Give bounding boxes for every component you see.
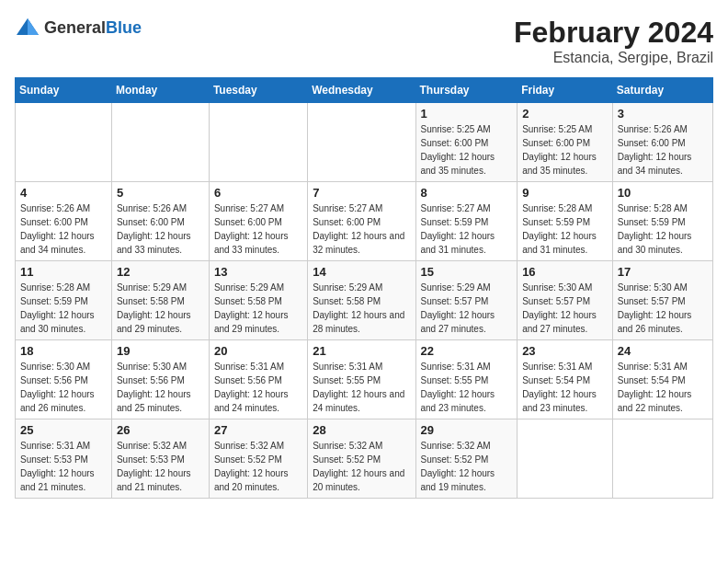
day-cell: 28 Sunrise: 5:32 AMSunset: 5:52 PMDaylig… [308, 419, 415, 499]
day-number: 13 [214, 265, 302, 279]
day-detail: Sunrise: 5:29 AMSunset: 5:58 PMDaylight:… [313, 282, 404, 334]
calendar-header: SundayMondayTuesdayWednesdayThursdayFrid… [16, 78, 713, 103]
day-number: 25 [20, 423, 107, 437]
day-detail: Sunrise: 5:25 AMSunset: 6:00 PMDaylight:… [522, 124, 597, 176]
day-detail: Sunrise: 5:26 AMSunset: 6:00 PMDaylight:… [20, 203, 95, 255]
day-number: 22 [421, 344, 513, 358]
logo-text: GeneralBlue [44, 18, 142, 38]
day-number: 5 [117, 186, 204, 200]
header-day-friday: Friday [518, 78, 613, 103]
day-number: 18 [20, 344, 107, 358]
main-title: February 2024 [514, 15, 713, 50]
day-detail: Sunrise: 5:29 AMSunset: 5:57 PMDaylight:… [421, 282, 495, 334]
day-cell: 6 Sunrise: 5:27 AMSunset: 6:00 PMDayligh… [209, 182, 307, 261]
day-detail: Sunrise: 5:31 AMSunset: 5:54 PMDaylight:… [618, 362, 692, 413]
day-cell: 23 Sunrise: 5:31 AMSunset: 5:54 PMDaylig… [518, 340, 613, 419]
day-number: 19 [117, 344, 204, 358]
week-row-3: 11 Sunrise: 5:28 AMSunset: 5:59 PMDaylig… [16, 261, 713, 340]
day-cell: 22 Sunrise: 5:31 AMSunset: 5:55 PMDaylig… [415, 340, 518, 419]
week-row-4: 18 Sunrise: 5:30 AMSunset: 5:56 PMDaylig… [16, 340, 713, 419]
header-day-wednesday: Wednesday [308, 78, 415, 103]
day-cell: 26 Sunrise: 5:32 AMSunset: 5:53 PMDaylig… [111, 419, 209, 499]
calendar-body: 1 Sunrise: 5:25 AMSunset: 6:00 PMDayligh… [16, 103, 713, 499]
week-row-1: 1 Sunrise: 5:25 AMSunset: 6:00 PMDayligh… [16, 103, 713, 182]
header-day-thursday: Thursday [415, 78, 518, 103]
day-number: 10 [618, 186, 708, 200]
day-detail: Sunrise: 5:29 AMSunset: 5:58 PMDaylight:… [214, 282, 289, 334]
day-cell: 27 Sunrise: 5:32 AMSunset: 5:52 PMDaylig… [209, 419, 307, 499]
day-detail: Sunrise: 5:27 AMSunset: 5:59 PMDaylight:… [421, 203, 495, 255]
day-cell: 16 Sunrise: 5:30 AMSunset: 5:57 PMDaylig… [518, 261, 613, 340]
day-detail: Sunrise: 5:32 AMSunset: 5:52 PMDaylight:… [313, 441, 404, 492]
day-cell: 8 Sunrise: 5:27 AMSunset: 5:59 PMDayligh… [415, 182, 518, 261]
header-row: SundayMondayTuesdayWednesdayThursdayFrid… [16, 78, 713, 103]
day-number: 4 [20, 186, 107, 200]
day-cell: 12 Sunrise: 5:29 AMSunset: 5:58 PMDaylig… [111, 261, 209, 340]
header-day-tuesday: Tuesday [209, 78, 307, 103]
header-day-monday: Monday [111, 78, 209, 103]
day-detail: Sunrise: 5:28 AMSunset: 5:59 PMDaylight:… [618, 203, 692, 255]
day-detail: Sunrise: 5:32 AMSunset: 5:52 PMDaylight:… [214, 441, 289, 492]
svg-marker-1 [28, 18, 39, 35]
day-cell: 7 Sunrise: 5:27 AMSunset: 6:00 PMDayligh… [308, 182, 415, 261]
day-detail: Sunrise: 5:26 AMSunset: 6:00 PMDaylight:… [117, 203, 191, 255]
day-number: 12 [117, 265, 204, 279]
day-number: 16 [522, 265, 608, 279]
day-number: 11 [20, 265, 107, 279]
header-day-saturday: Saturday [612, 78, 712, 103]
day-number: 6 [214, 186, 302, 200]
day-number: 20 [214, 344, 302, 358]
day-detail: Sunrise: 5:29 AMSunset: 5:58 PMDaylight:… [117, 282, 191, 334]
week-row-5: 25 Sunrise: 5:31 AMSunset: 5:53 PMDaylig… [16, 419, 713, 499]
day-cell: 24 Sunrise: 5:31 AMSunset: 5:54 PMDaylig… [612, 340, 712, 419]
day-cell [209, 103, 307, 182]
day-cell [612, 419, 712, 499]
day-number: 23 [522, 344, 608, 358]
day-cell: 15 Sunrise: 5:29 AMSunset: 5:57 PMDaylig… [415, 261, 518, 340]
logo-general: General [44, 18, 106, 37]
day-cell: 21 Sunrise: 5:31 AMSunset: 5:55 PMDaylig… [308, 340, 415, 419]
day-cell: 10 Sunrise: 5:28 AMSunset: 5:59 PMDaylig… [612, 182, 712, 261]
day-detail: Sunrise: 5:30 AMSunset: 5:56 PMDaylight:… [20, 362, 95, 413]
header-day-sunday: Sunday [16, 78, 112, 103]
day-number: 15 [421, 265, 513, 279]
day-cell: 17 Sunrise: 5:30 AMSunset: 5:57 PMDaylig… [612, 261, 712, 340]
day-cell: 13 Sunrise: 5:29 AMSunset: 5:58 PMDaylig… [209, 261, 307, 340]
day-cell: 14 Sunrise: 5:29 AMSunset: 5:58 PMDaylig… [308, 261, 415, 340]
day-cell: 29 Sunrise: 5:32 AMSunset: 5:52 PMDaylig… [415, 419, 518, 499]
day-number: 17 [618, 265, 708, 279]
day-cell [111, 103, 209, 182]
logo-blue: Blue [106, 18, 142, 37]
day-number: 21 [313, 344, 410, 358]
day-cell: 5 Sunrise: 5:26 AMSunset: 6:00 PMDayligh… [111, 182, 209, 261]
day-cell: 18 Sunrise: 5:30 AMSunset: 5:56 PMDaylig… [16, 340, 112, 419]
day-number: 9 [522, 186, 608, 200]
day-number: 24 [618, 344, 708, 358]
week-row-2: 4 Sunrise: 5:26 AMSunset: 6:00 PMDayligh… [16, 182, 713, 261]
calendar-table: SundayMondayTuesdayWednesdayThursdayFrid… [15, 77, 713, 499]
day-detail: Sunrise: 5:30 AMSunset: 5:57 PMDaylight:… [522, 282, 597, 334]
day-detail: Sunrise: 5:31 AMSunset: 5:54 PMDaylight:… [522, 362, 597, 413]
day-cell [308, 103, 415, 182]
day-cell [518, 419, 613, 499]
day-detail: Sunrise: 5:27 AMSunset: 6:00 PMDaylight:… [214, 203, 289, 255]
logo-icon [15, 15, 40, 40]
day-number: 1 [421, 107, 513, 121]
day-number: 8 [421, 186, 513, 200]
day-number: 3 [618, 107, 708, 121]
day-detail: Sunrise: 5:31 AMSunset: 5:55 PMDaylight:… [421, 362, 495, 413]
day-cell: 4 Sunrise: 5:26 AMSunset: 6:00 PMDayligh… [16, 182, 112, 261]
day-detail: Sunrise: 5:32 AMSunset: 5:52 PMDaylight:… [421, 441, 495, 492]
day-number: 2 [522, 107, 608, 121]
day-cell: 3 Sunrise: 5:26 AMSunset: 6:00 PMDayligh… [612, 103, 712, 182]
day-detail: Sunrise: 5:31 AMSunset: 5:53 PMDaylight:… [20, 441, 95, 492]
day-number: 29 [421, 423, 513, 437]
day-cell: 9 Sunrise: 5:28 AMSunset: 5:59 PMDayligh… [518, 182, 613, 261]
day-cell: 11 Sunrise: 5:28 AMSunset: 5:59 PMDaylig… [16, 261, 112, 340]
day-detail: Sunrise: 5:30 AMSunset: 5:57 PMDaylight:… [618, 282, 692, 334]
day-detail: Sunrise: 5:28 AMSunset: 5:59 PMDaylight:… [522, 203, 597, 255]
day-detail: Sunrise: 5:32 AMSunset: 5:53 PMDaylight:… [117, 441, 191, 492]
day-number: 14 [313, 265, 410, 279]
subtitle: Estancia, Sergipe, Brazil [514, 50, 713, 66]
day-detail: Sunrise: 5:25 AMSunset: 6:00 PMDaylight:… [421, 124, 495, 176]
